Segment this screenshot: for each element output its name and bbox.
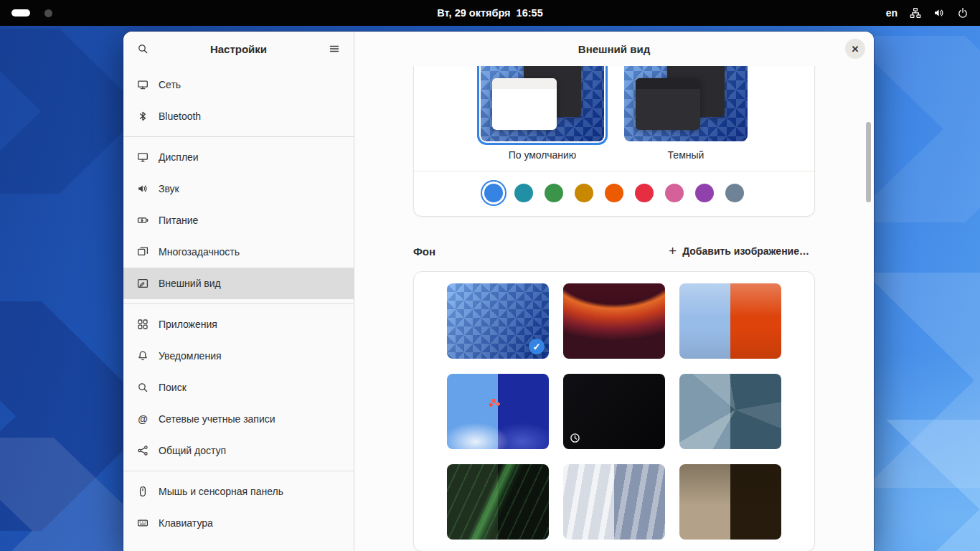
sidebar-item-mouse[interactable]: Мышь и сенсорная панель (123, 476, 354, 507)
sidebar-item-label: Сетевые учетные записи (159, 413, 275, 425)
style-option-dark[interactable]: Темный (624, 66, 748, 161)
sidebar-item-label: Поиск (159, 382, 187, 393)
sidebar-item-label: Общий доступ (159, 445, 226, 456)
appearance-content: По умолчанию Темный (354, 66, 874, 551)
volume-icon[interactable] (933, 7, 945, 19)
workspace-indicator (11, 9, 52, 17)
screen: Вт, 29 октября 16:55 en Настройки (0, 0, 980, 551)
accent-color-1[interactable] (514, 184, 533, 202)
style-option-default[interactable]: По умолчанию (481, 66, 604, 161)
sidebar-list: СетьBluetoothДисплеиЗвукПитаниеМногозада… (123, 66, 354, 539)
sidebar-item-label: Дисплеи (159, 151, 199, 163)
sidebar-item-label: Питание (159, 215, 198, 226)
multitasking-icon (136, 246, 149, 258)
sound-icon (136, 183, 149, 194)
wallpaper-green-streaks[interactable] (447, 464, 549, 540)
sidebar-item-label: Сеть (159, 79, 181, 90)
apps-icon (136, 319, 149, 330)
sidebar-item-power[interactable]: Питание (123, 204, 354, 236)
close-button[interactable]: ✕ (845, 39, 865, 59)
sidebar-item-displays[interactable]: Дисплеи (123, 141, 354, 173)
style-options: По умолчанию Темный (414, 66, 814, 161)
sidebar-item-sound[interactable]: Звук (123, 173, 354, 204)
network-icon (136, 79, 149, 90)
wallpaper-fabric[interactable] (563, 464, 665, 540)
window-title: Настройки (155, 43, 322, 55)
workspace-pill-active[interactable] (11, 9, 30, 17)
accent-color-7[interactable] (695, 184, 714, 202)
sidebar-item-search[interactable]: Поиск (123, 372, 354, 403)
displays-icon (136, 151, 149, 163)
accent-color-6[interactable] (665, 184, 684, 202)
search-button[interactable] (131, 37, 155, 61)
style-preview-dark (624, 66, 748, 141)
mock-window-front (492, 78, 557, 130)
sidebar-item-apps[interactable]: Приложения (123, 309, 354, 340)
divider (123, 303, 354, 304)
power-icon (136, 215, 149, 226)
top-bar: Вт, 29 октября 16:55 en (0, 0, 980, 26)
sidebar-item-bluetooth[interactable]: Bluetooth (123, 100, 354, 132)
divider (123, 471, 354, 471)
keyboard-icon (136, 517, 149, 529)
mouse-icon (136, 486, 149, 497)
sidebar-item-network[interactable]: Сеть (123, 69, 354, 100)
settings-window: Настройки СетьBluetoothДисплеиЗвукПитани… (123, 32, 874, 551)
main-menu-button[interactable] (322, 37, 347, 61)
sidebar-header: Настройки (123, 32, 354, 66)
sidebar-item-keyboard[interactable]: Клавиатура (123, 507, 354, 539)
divider (123, 136, 354, 137)
wallpaper-grid: ✓ (414, 283, 814, 540)
sidebar-item-label: Звук (159, 183, 179, 194)
sidebar-item-online-accounts[interactable]: @Сетевые учетные записи (123, 403, 354, 435)
wallpaper-gold-dark[interactable] (679, 464, 781, 540)
wallpaper-shape (0, 29, 143, 194)
accent-color-5[interactable] (635, 184, 654, 202)
sidebar-item-label: Bluetooth (159, 110, 201, 122)
background-section-header: Фон + Добавить изображение… (413, 241, 815, 261)
clock-button[interactable]: Вт, 29 октября 16:55 (437, 7, 542, 19)
add-image-label: Добавить изображение… (682, 245, 809, 257)
workspace-dot[interactable] (44, 9, 52, 17)
bluetooth-icon (136, 110, 149, 122)
notifications-icon (136, 350, 149, 362)
sidebar-item-multitasking[interactable]: Многозадачность (123, 236, 354, 268)
scrollbar-thumb[interactable] (866, 122, 871, 202)
search-icon (136, 382, 149, 393)
wallpaper-blue-orange-split[interactable] (679, 283, 781, 359)
style-option-label: По умолчанию (481, 149, 604, 161)
style-option-label: Темный (624, 149, 748, 161)
sidebar-item-sharing[interactable]: Общий доступ (123, 435, 354, 466)
wallpaper-blue-landscape[interactable] (447, 374, 549, 449)
background-section-title: Фон (413, 245, 435, 258)
style-preview-default (481, 66, 604, 141)
sidebar-item-label: Приложения (159, 319, 217, 330)
power-icon[interactable] (957, 7, 969, 19)
main-header: Внешний вид ✕ (354, 32, 874, 66)
accent-color-0[interactable] (484, 184, 503, 202)
sidebar-item-label: Внешний вид (159, 278, 221, 289)
wallpaper-red-waves[interactable] (563, 283, 665, 359)
wallpaper-teal-swirl[interactable] (679, 374, 781, 449)
background-card: ✓ (413, 271, 815, 551)
sidebar-item-appearance[interactable]: Внешний вид (123, 268, 354, 299)
sidebar-item-label: Многозадачность (159, 246, 240, 258)
accent-color-2[interactable] (545, 184, 563, 202)
page-title: Внешний вид (578, 43, 650, 55)
accent-color-8[interactable] (725, 184, 744, 202)
style-card: По умолчанию Темный (413, 66, 815, 217)
sidebar-item-notifications[interactable]: Уведомления (123, 340, 354, 372)
wallpaper-plain-dark[interactable] (563, 374, 665, 449)
accent-color-4[interactable] (605, 184, 623, 202)
wallpaper-blue-triangles[interactable]: ✓ (447, 283, 549, 359)
sidebar-item-label: Клавиатура (159, 517, 213, 529)
add-icon: + (669, 246, 677, 256)
network-icon[interactable] (910, 7, 921, 19)
selected-check-icon: ✓ (529, 339, 545, 354)
add-image-button[interactable]: + Добавить изображение… (663, 241, 815, 261)
system-tray: en (886, 7, 969, 19)
keyboard-layout-indicator[interactable]: en (886, 7, 897, 19)
sidebar: Настройки СетьBluetoothДисплеиЗвукПитани… (123, 32, 354, 551)
accent-color-3[interactable] (575, 184, 593, 202)
sidebar-item-label: Уведомления (159, 350, 222, 362)
